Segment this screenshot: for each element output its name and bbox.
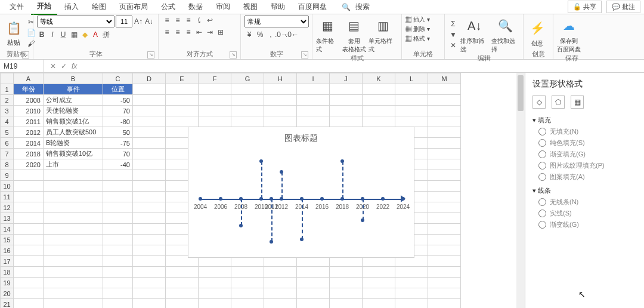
cell-M21[interactable] (428, 299, 461, 309)
cell-E3[interactable] (166, 106, 199, 116)
cell-B9[interactable] (44, 170, 103, 181)
cell-D18[interactable] (133, 267, 166, 278)
cell-I4[interactable] (297, 116, 330, 127)
tab-layout[interactable]: 页面布局 (113, 0, 154, 14)
cell-B18[interactable] (44, 267, 103, 278)
cell-C21[interactable] (103, 299, 133, 309)
cell-D3[interactable] (133, 106, 166, 116)
align-expand-icon[interactable]: ↘ (230, 51, 237, 58)
cell-H4[interactable] (264, 116, 297, 127)
cell-A19[interactable] (14, 278, 44, 288)
chart-stem[interactable] (241, 199, 242, 226)
col-header-D[interactable]: D (133, 73, 166, 84)
col-header-G[interactable]: G (231, 73, 264, 84)
cell-D1[interactable] (133, 84, 166, 95)
row-header-17[interactable]: 17 (1, 256, 14, 267)
tab-insert[interactable]: 插入 (58, 0, 85, 14)
col-header-I[interactable]: I (297, 73, 330, 84)
col-header-M[interactable]: M (428, 73, 461, 84)
cell-L3[interactable] (395, 106, 428, 116)
clear-icon[interactable]: ✕ (448, 41, 458, 50)
align-middle-icon[interactable]: ≡ (173, 16, 182, 25)
cell-M19[interactable] (428, 278, 461, 288)
cell-C18[interactable] (103, 267, 133, 278)
chart-stem[interactable] (281, 172, 283, 199)
cell-H1[interactable] (264, 84, 297, 95)
row-header-6[interactable]: 6 (1, 138, 14, 149)
chart-stem[interactable] (261, 161, 262, 199)
paste-button[interactable]: 粘贴 (7, 38, 20, 47)
cell-M11[interactable] (428, 192, 461, 202)
cell-B10[interactable] (44, 181, 103, 192)
line-option-2[interactable]: 渐变线(G) (538, 220, 637, 229)
cell-K18[interactable] (363, 267, 395, 278)
cell-B6[interactable]: B轮融资 (44, 138, 103, 149)
save-baidu-button[interactable]: ☁保存到 百度网盘 (557, 16, 581, 54)
phonetic-icon[interactable]: 拼 (101, 30, 111, 39)
cell-M13[interactable] (428, 213, 461, 224)
row-header-9[interactable]: 9 (1, 170, 14, 181)
line-option-0[interactable]: 无线条(N) (538, 198, 637, 207)
row-header-13[interactable]: 13 (1, 213, 14, 224)
fx-icon[interactable]: fx (72, 62, 77, 70)
cell-A3[interactable]: 2010 (14, 106, 44, 116)
cell-M17[interactable] (428, 256, 461, 267)
cell-J1[interactable] (330, 84, 363, 95)
cell-M12[interactable] (428, 202, 461, 213)
chart-object[interactable]: 图表标题 20042006200820102011201220142016201… (188, 127, 414, 258)
row-header-5[interactable]: 5 (1, 127, 14, 138)
cell-D8[interactable] (133, 159, 166, 170)
cell-B15[interactable] (44, 235, 103, 245)
chart-title[interactable]: 图表标题 (188, 133, 414, 144)
pane-tab-effects-icon[interactable]: ⬠ (552, 96, 565, 109)
scrollbar-thumb[interactable] (518, 75, 524, 111)
cell-I1[interactable] (297, 84, 330, 95)
table-format-button[interactable]: ▤套用 表格格式 (342, 16, 366, 54)
align-bottom-icon[interactable]: ≡ (184, 16, 193, 25)
line-section-toggle[interactable]: ▾ 线条 (532, 186, 637, 195)
fill-option-3[interactable]: 图片或纹理填充(P) (538, 161, 637, 170)
cell-B21[interactable] (44, 299, 103, 309)
chart-point[interactable] (270, 240, 273, 244)
chart-point[interactable] (300, 238, 304, 241)
cell-F1[interactable] (199, 84, 231, 95)
cell-H2[interactable] (264, 95, 297, 106)
indent-increase-icon[interactable]: ⇥ (205, 27, 215, 37)
cell-L19[interactable] (395, 278, 428, 288)
cell-L1[interactable] (395, 84, 428, 95)
cell-B20[interactable] (44, 288, 103, 299)
cell-C14[interactable] (103, 224, 133, 235)
pane-tab-size-icon[interactable]: ▦ (571, 96, 584, 109)
cell-E19[interactable] (166, 278, 199, 288)
cell-B19[interactable] (44, 278, 103, 288)
cell-E4[interactable] (166, 116, 199, 127)
cell-G2[interactable] (231, 95, 264, 106)
chart-stem[interactable] (342, 161, 343, 199)
cell-A12[interactable] (14, 202, 44, 213)
col-header-L[interactable]: L (395, 73, 428, 84)
col-header-J[interactable]: J (330, 73, 363, 84)
row-header-7[interactable]: 7 (1, 149, 14, 159)
cell-F19[interactable] (199, 278, 231, 288)
cell-C7[interactable]: 70 (103, 149, 133, 159)
cell-D9[interactable] (133, 170, 166, 181)
search-label[interactable]: 搜索 (352, 0, 373, 14)
cell-M5[interactable] (428, 127, 461, 138)
cell-A10[interactable] (14, 181, 44, 192)
cell-C11[interactable] (103, 192, 133, 202)
cell-G19[interactable] (231, 278, 264, 288)
share-button[interactable]: 🔓 共享 (568, 1, 602, 13)
find-select-button[interactable]: 🔍查找和选择 (491, 16, 520, 54)
cell-G3[interactable] (231, 106, 264, 116)
col-header-F[interactable]: F (199, 73, 231, 84)
cell-B8[interactable]: 上市 (44, 159, 103, 170)
vertical-scrollbar[interactable] (516, 73, 525, 308)
cell-C5[interactable]: 50 (103, 127, 133, 138)
col-header-H[interactable]: H (264, 73, 297, 84)
cell-C4[interactable]: -80 (103, 116, 133, 127)
row-header-15[interactable]: 15 (1, 235, 14, 245)
cell-D19[interactable] (133, 278, 166, 288)
cell-L4[interactable] (395, 116, 428, 127)
comment-button[interactable]: 💬 批注 (606, 1, 640, 13)
chart-point[interactable] (259, 159, 263, 163)
